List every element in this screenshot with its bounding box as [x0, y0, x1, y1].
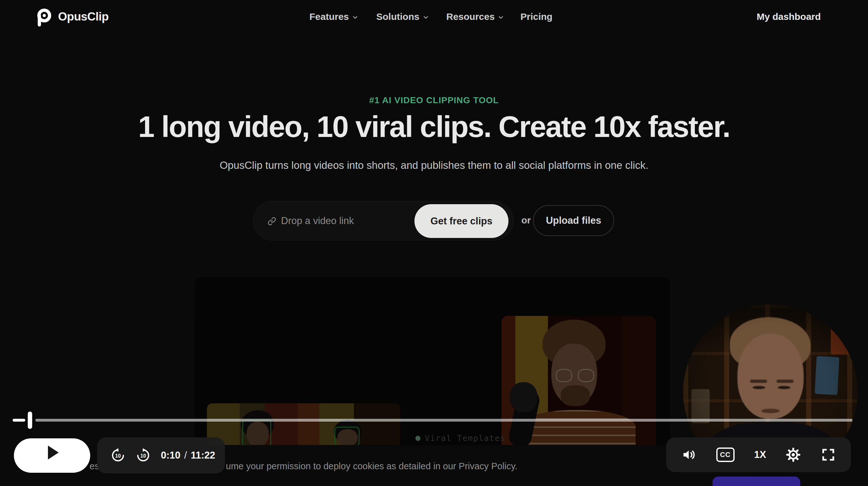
play-icon: [48, 446, 59, 459]
nav-item-pricing[interactable]: Pricing: [520, 11, 553, 22]
face-tracking-box: [334, 427, 360, 445]
chevron-down-icon: [497, 13, 505, 21]
playback-controls-group: 10 10 0:10 / 11:22: [97, 437, 225, 474]
or-separator: or: [518, 215, 534, 226]
my-dashboard-link[interactable]: My dashboard: [757, 11, 821, 22]
watermark-label: Viral Templates: [425, 434, 505, 443]
seek-bar-playhead[interactable]: [28, 412, 32, 429]
nav-label: Solutions: [376, 11, 420, 22]
cookie-accept-button[interactable]: [713, 477, 800, 486]
demo-clip-thumbnail-right: [501, 316, 656, 445]
cookie-text-fragment: ume your permission to deploy cookies as…: [226, 461, 518, 472]
time-separator: /: [184, 450, 187, 461]
microphone-head: [510, 382, 537, 413]
captions-button[interactable]: CC: [716, 448, 735, 462]
cc-icon: CC: [716, 448, 735, 462]
viral-templates-watermark: Viral Templates: [415, 434, 505, 443]
upload-files-button[interactable]: Upload files: [533, 205, 614, 236]
speed-label: 1X: [754, 449, 766, 460]
rewind-10-button[interactable]: 10: [111, 448, 126, 463]
glasses-right-lens: [578, 369, 594, 382]
chevron-down-icon: [351, 13, 359, 21]
forward-10-button[interactable]: 10: [135, 448, 151, 463]
video-link-input[interactable]: [281, 201, 407, 240]
seek-bar-track[interactable]: [35, 419, 852, 422]
nav-label: Features: [309, 11, 349, 22]
watermark-dot-icon: [415, 436, 421, 441]
rewind-10-label: 10: [115, 453, 121, 459]
seek-bar-played: [12, 419, 25, 422]
face-tracking-box: [242, 420, 271, 445]
settings-button[interactable]: [786, 447, 801, 462]
link-icon: [267, 216, 277, 226]
forward-10-label: 10: [141, 453, 146, 459]
nav-item-resources[interactable]: Resources: [446, 11, 505, 22]
hero-subtitle: OpusClip turns long videos into shorts, …: [0, 159, 868, 171]
chevron-down-icon: [422, 13, 430, 21]
nav-item-features[interactable]: Features: [309, 11, 359, 22]
playback-speed-button[interactable]: 1X: [754, 449, 766, 460]
hero-tagline: #1 AI VIDEO CLIPPING TOOL: [0, 95, 868, 105]
settings-controls-group: CC 1X: [666, 437, 851, 472]
opusclip-logo-icon: [34, 7, 54, 27]
total-duration: 11:22: [191, 450, 215, 461]
video-link-bar: Get free clips: [253, 201, 514, 241]
video-player-frame: OpusClip Features Solutions Resources Pr…: [0, 0, 868, 486]
gear-icon: [786, 447, 801, 462]
volume-button[interactable]: [681, 447, 696, 462]
opusclip-logo[interactable]: OpusClip: [34, 7, 108, 27]
fullscreen-button[interactable]: [821, 447, 836, 462]
nav-item-solutions[interactable]: Solutions: [376, 11, 430, 22]
get-free-clips-button[interactable]: Get free clips: [414, 204, 508, 238]
current-time: 0:10: [161, 450, 180, 461]
hero-title: 1 long video, 10 viral clips. Create 10x…: [0, 110, 868, 144]
nav-label: Resources: [446, 11, 495, 22]
fullscreen-icon: [821, 447, 836, 462]
logo-text: OpusClip: [58, 10, 108, 23]
volume-icon: [681, 447, 696, 462]
play-button[interactable]: [14, 438, 90, 473]
glasses-left-lens: [556, 369, 572, 382]
person-beard: [561, 385, 590, 406]
nav-label: Pricing: [520, 11, 553, 22]
time-display: 0:10 / 11:22: [161, 450, 215, 461]
demo-clip-thumbnail-left: [207, 403, 400, 445]
